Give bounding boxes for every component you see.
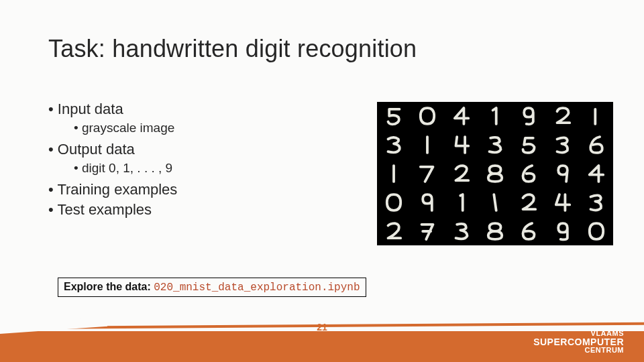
logo-line3: CENTRUM — [533, 347, 624, 354]
bullet-input: Input data — [48, 101, 357, 118]
slide: Task: handwritten digit recognition Inpu… — [0, 0, 644, 362]
digit-4-icon — [584, 162, 609, 185]
digit-7-icon — [415, 220, 440, 243]
explore-box: Explore the data: 020_mnist_data_explora… — [58, 278, 366, 297]
digit-1-icon — [381, 162, 407, 185]
bullet-test: Test examples — [48, 201, 357, 219]
bullet-training: Training examples — [48, 181, 357, 198]
digit-0-icon — [381, 191, 407, 214]
digit-3-icon — [482, 133, 508, 156]
digit-3-icon — [550, 133, 576, 156]
digit-4-icon — [449, 105, 474, 127]
explore-label: Explore the data: — [64, 281, 154, 292]
digit-9-icon — [550, 162, 576, 185]
digit-5-icon — [381, 105, 407, 127]
digit-5-icon — [516, 133, 541, 156]
digit-9-icon — [516, 105, 541, 127]
digit-8-icon — [482, 220, 508, 243]
digit-2-icon — [381, 220, 407, 243]
digit-4-icon — [449, 133, 474, 156]
digit-1-icon — [482, 105, 508, 127]
digit-3-icon — [584, 191, 609, 214]
digit-6-icon — [584, 133, 609, 156]
digit-9-icon — [550, 220, 576, 243]
digit-2-icon — [449, 162, 474, 185]
digit-8-icon — [482, 162, 508, 185]
digit-9-icon — [415, 191, 440, 214]
content-area: Input data grayscale image Output data d… — [48, 101, 357, 221]
explore-path: 020_mnist_data_exploration.ipynb — [154, 282, 360, 294]
digit-1-icon — [449, 191, 474, 214]
digit-1-icon — [482, 191, 508, 214]
mnist-grid — [377, 102, 613, 245]
bullet-input-sub: grayscale image — [74, 121, 357, 135]
logo-line2: SUPERCOMPUTER — [533, 337, 624, 347]
digit-0-icon — [415, 105, 440, 127]
bullet-output: Output data — [48, 141, 357, 158]
logo: VLAAMS SUPERCOMPUTER CENTRUM — [533, 330, 624, 354]
footer-stripe: VLAAMS SUPERCOMPUTER CENTRUM — [0, 324, 644, 362]
digit-6-icon — [516, 162, 541, 185]
digit-4-icon — [550, 191, 576, 214]
digit-1-icon — [584, 105, 609, 127]
digit-7-icon — [415, 162, 440, 185]
slide-title: Task: handwritten digit recognition — [48, 35, 417, 63]
digit-3-icon — [449, 220, 474, 243]
digit-1-icon — [415, 133, 440, 156]
digit-2-icon — [550, 105, 576, 127]
digit-0-icon — [584, 220, 609, 243]
digit-6-icon — [516, 220, 541, 243]
digit-2-icon — [516, 191, 541, 214]
digit-3-icon — [381, 133, 407, 156]
bullet-output-sub: digit 0, 1, . . . , 9 — [74, 161, 357, 176]
